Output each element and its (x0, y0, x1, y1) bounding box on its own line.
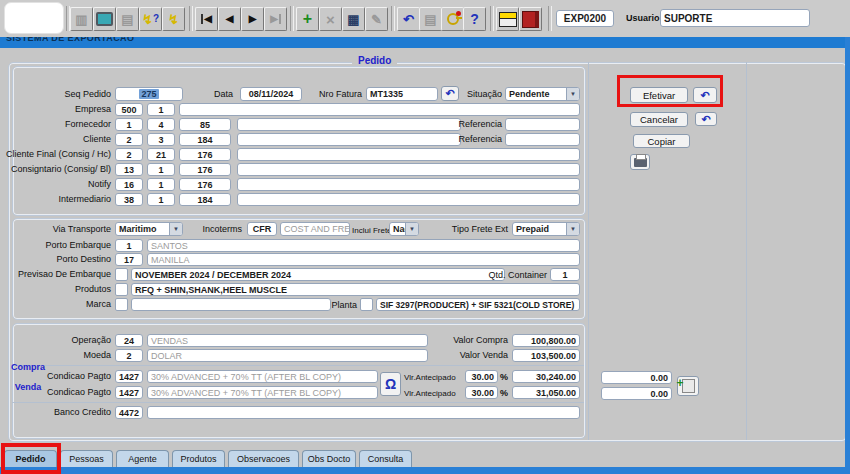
empresa-code2-field[interactable]: 1 (147, 103, 175, 116)
monitor-button[interactable] (93, 7, 116, 31)
planta-checkbox[interactable] (360, 298, 373, 311)
intermediario-code3-field[interactable]: 184 (179, 193, 231, 206)
vlr-antecipado-compra-label: Vlr.Antecipado (404, 371, 462, 384)
nav-next-button[interactable]: ▶ (241, 7, 264, 31)
fornecedor-code2-field[interactable]: 4 (147, 118, 175, 131)
tab-agente[interactable]: Agente (116, 450, 169, 467)
inclui-frete-value: Nao (390, 224, 405, 234)
banco-credito-desc-field[interactable] (147, 406, 580, 419)
tab-consulta[interactable]: Consulta (359, 450, 412, 467)
copiar-button[interactable]: Copiar (633, 134, 690, 148)
porto-embarque-code-field[interactable]: 1 (115, 239, 143, 252)
moeda-code-field[interactable]: 2 (115, 349, 143, 362)
fornecedor-referencia-field[interactable] (505, 118, 580, 131)
values-divider (12, 365, 584, 366)
condicao-compra-code-field[interactable]: 1427 (115, 370, 143, 383)
qtd-container-field[interactable]: 1 (550, 268, 580, 281)
porto-destino-code-field[interactable]: 17 (115, 253, 143, 266)
fornecedor-code3-field[interactable]: 85 (179, 118, 231, 131)
porto-embarque-label: Porto Embarque (2, 239, 111, 252)
seq-pedido-field[interactable]: 275 (115, 87, 183, 101)
consignatario-code3-field[interactable]: 176 (179, 163, 231, 176)
produtos-checkbox[interactable] (115, 283, 128, 296)
tab-pessoas[interactable]: Pessoas (60, 450, 113, 467)
previsao-embarque-field[interactable]: NOVEMBER 2024 / DECEMBER 2024 (131, 268, 505, 281)
sync-icon: Ω (385, 376, 396, 392)
cliente-name-field[interactable] (237, 133, 461, 146)
vlr-antecipado-venda-label: Vlr.Antecipado (404, 387, 462, 400)
produtos-field[interactable]: RFQ + SHIN,SHANK,HEEL MUSCLE (131, 283, 580, 296)
user-field[interactable]: SUPORTE (660, 9, 810, 27)
cliente-final-name-field[interactable] (237, 148, 580, 161)
condicao-venda-code-field[interactable]: 1427 (115, 386, 143, 399)
execute-button[interactable]: ↯ (162, 7, 185, 31)
inclui-frete-dropdown[interactable]: Nao ▼ (389, 222, 419, 236)
pct-antecipado-venda-field[interactable]: 30.00 (465, 386, 498, 399)
cancelar-button[interactable]: Cancelar (630, 112, 688, 127)
banco-credito-code-field[interactable]: 4472 (115, 406, 143, 419)
fornecedor-code1-field[interactable]: 1 (115, 118, 143, 131)
operacao-code-field[interactable]: 24 (115, 334, 143, 347)
cliente-final-code2-field[interactable]: 21 (147, 148, 175, 161)
add-installment-button[interactable]: + (677, 376, 699, 396)
print-button: ▤ (116, 7, 139, 31)
empresa-label: Empresa (2, 103, 111, 116)
extra-compra-field[interactable]: 0.00 (601, 371, 672, 384)
grid-search-button[interactable]: ▦ (342, 7, 365, 31)
empresa-code1-field[interactable]: 500 (115, 103, 143, 116)
cliente-referencia-field[interactable] (505, 133, 580, 146)
intermediario-code1-field[interactable]: 38 (115, 193, 143, 206)
cliente-code1-field[interactable]: 2 (115, 133, 143, 146)
incoterms-code-field[interactable]: CFR (247, 222, 277, 236)
exit-door-icon (522, 11, 539, 28)
tab-obs-docto[interactable]: Obs Docto (302, 450, 356, 467)
consignatario-name-field[interactable] (237, 163, 580, 176)
intermediario-name-field[interactable] (237, 193, 580, 206)
intermediario-code2-field[interactable]: 1 (147, 193, 175, 206)
fornecedor-name-field[interactable] (237, 118, 461, 131)
notify-name-field[interactable] (237, 178, 580, 191)
banco-credito-label: Banco Credito (2, 406, 111, 419)
situacao-label: Situação (430, 88, 502, 101)
tab-observacoes[interactable]: Observacoes (228, 450, 299, 467)
consignatario-code1-field[interactable]: 13 (115, 163, 143, 176)
save-button: ▥ (70, 7, 93, 31)
sync-conditions-button[interactable]: Ω (380, 372, 401, 396)
planta-field[interactable]: SIF 3297(PRODUCER) + SIF 5321(COLD STORE… (376, 298, 580, 311)
nav-first-button[interactable]: ◀ (195, 7, 218, 31)
extra-venda-field[interactable]: 0.00 (601, 387, 672, 400)
pct-antecipado-compra-field[interactable]: 30.00 (465, 370, 498, 383)
cancelar-undo-button[interactable]: ↶ (695, 112, 717, 126)
grid-icon: ▦ (347, 13, 359, 26)
tab-produtos[interactable]: Produtos (172, 450, 225, 467)
tipo-frete-ext-dropdown[interactable]: Prepaid ▼ (512, 222, 580, 236)
previsao-embarque-checkbox[interactable] (115, 268, 128, 281)
print-order-button[interactable] (630, 154, 650, 170)
planta-label: Planta (315, 299, 357, 312)
notify-code1-field[interactable]: 16 (115, 178, 143, 191)
cliente-code3-field[interactable]: 184 (179, 133, 231, 146)
cliente-final-code3-field[interactable]: 176 (179, 148, 231, 161)
marca-field[interactable] (131, 298, 331, 311)
empresa-name-field[interactable] (179, 103, 580, 116)
marca-checkbox[interactable] (115, 298, 128, 311)
undo-button[interactable]: ↶ (397, 7, 420, 31)
add-record-button[interactable]: + (296, 7, 319, 31)
operacao-desc-field: VENDAS (147, 334, 428, 347)
situacao-dropdown[interactable]: Pendente ▼ (505, 87, 580, 101)
edit-button: ✎ (365, 7, 388, 31)
exit-button[interactable] (519, 7, 542, 31)
help-button[interactable]: ? (463, 7, 486, 31)
nro-fatura-field[interactable]: MT1335 (366, 87, 438, 101)
notify-code3-field[interactable]: 176 (179, 178, 231, 191)
cliente-code2-field[interactable]: 3 (147, 133, 175, 146)
program-code-box: EXP0200 (556, 10, 614, 27)
security-button[interactable] (441, 7, 464, 31)
nav-prev-button[interactable]: ◀ (218, 7, 241, 31)
percent-symbol: % (500, 387, 510, 400)
cliente-final-code1-field[interactable]: 2 (115, 148, 143, 161)
notify-code2-field[interactable]: 1 (147, 178, 175, 191)
calculator-button[interactable] (496, 7, 519, 31)
consignatario-code2-field[interactable]: 1 (147, 163, 175, 176)
execute-help-button[interactable]: ↯? (139, 7, 162, 31)
